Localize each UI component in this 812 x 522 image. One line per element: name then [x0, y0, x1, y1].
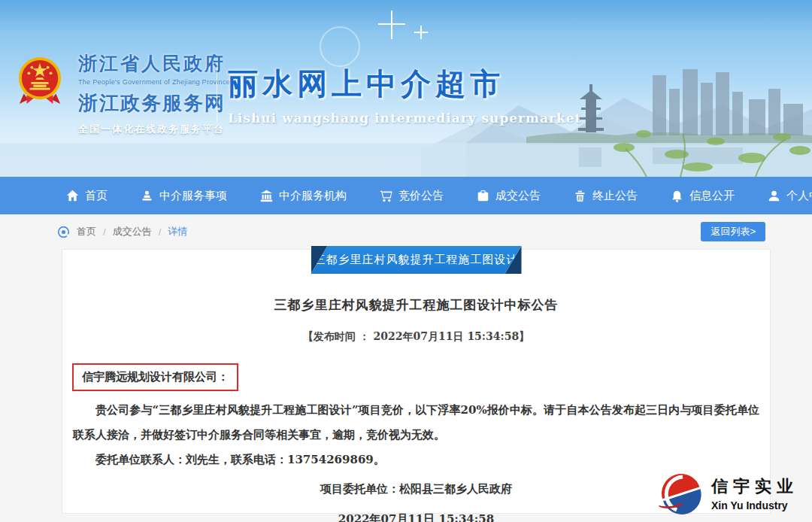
site-branding: 丽水网上中介超市 Lishui wangshang intermediary s… [228, 63, 581, 126]
project-ribbon: 三都乡里庄村风貌提升工程施工图设计 [311, 246, 522, 274]
ribbon-label: 三都乡里庄村风貌提升工程施工图设计 [311, 246, 522, 274]
nav-item-personal-center[interactable]: 个人中心 [768, 189, 812, 203]
xinyu-name-en: Xin Yu Industry [711, 499, 798, 511]
site-title: 丽水网上中介超市 [228, 63, 581, 105]
cart-icon [380, 190, 392, 202]
nav-item-info-disclosure[interactable]: 信息公开 [671, 189, 735, 203]
nav-label: 竞价公告 [398, 189, 444, 203]
recipient-highlight-box: 信宇腾远规划设计有限公司： [72, 363, 238, 391]
nav-label: 中介服务机构 [279, 189, 347, 203]
service-desk-icon [141, 190, 153, 202]
breadcrumb-current: 详情 [168, 225, 187, 238]
gov-subtitle-en: The People's Government of Zhejiang Prov… [78, 78, 221, 86]
home-icon [66, 190, 79, 202]
xinyu-watermark: 信宇实业 Xin Yu Industry [657, 469, 798, 517]
main-nav: 首页 中介服务事项 中介服务机构 竞价公告 成交公告 终止公告 信息公开 个人中… [0, 177, 812, 214]
breadcrumb-home[interactable]: 首页 [77, 225, 96, 238]
breadcrumb: 首页 / 成交公告 / 详情 [57, 225, 187, 238]
gov-branding: 浙江省人民政府 The People's Government of Zheji… [78, 51, 221, 136]
portal-title: 浙江政务服务网 [78, 90, 221, 117]
nav-label: 中介服务事项 [159, 189, 227, 203]
xinyu-name-cn: 信宇实业 [711, 475, 798, 498]
breadcrumb-row: 首页 / 成交公告 / 详情 返回列表> [0, 214, 812, 249]
nav-label: 终止公告 [592, 189, 638, 203]
nav-label: 成交公告 [495, 189, 541, 203]
bank-icon [260, 190, 273, 202]
breadcrumb-section[interactable]: 成交公告 [113, 225, 152, 238]
target-icon [57, 226, 70, 238]
publish-time: 【发布时间 ： 2022年07月11日 15:34:58】 [62, 330, 770, 344]
xinyu-logo-icon [657, 469, 705, 517]
announcement-paragraph: 贵公司参与“三都乡里庄村风貌提升工程施工图设计”项目竞价，以下浮率20%报价中标… [73, 398, 759, 448]
nav-item-termination-notices[interactable]: 终止公告 [574, 189, 638, 203]
gov-title: 浙江省人民政府 [78, 51, 221, 76]
user-icon [768, 190, 780, 202]
nav-item-deal-notices[interactable]: 成交公告 [477, 189, 541, 203]
site-header: 浙江省人民政府 The People's Government of Zheji… [0, 0, 812, 177]
clipboard-icon [477, 190, 489, 202]
nav-item-service-items[interactable]: 中介服务事项 [141, 189, 227, 203]
back-to-list-button[interactable]: 返回列表> [701, 222, 765, 241]
header-divider [217, 66, 217, 122]
site-subtitle-en: Lishui wangshang intermediary supermarke… [228, 111, 581, 126]
nav-item-bidding-notices[interactable]: 竞价公告 [380, 189, 444, 203]
nav-item-service-orgs[interactable]: 中介服务机构 [260, 189, 347, 203]
xinyu-logo-text: 信宇实业 Xin Yu Industry [711, 475, 798, 511]
announcement-title: 三都乡里庄村风貌提升工程施工图设计中标公告 [62, 296, 770, 314]
nav-item-home[interactable]: 首页 [66, 189, 108, 203]
trash-icon [574, 190, 586, 202]
breadcrumb-separator: / [103, 226, 106, 238]
portal-tagline: 全国一体化在线政务服务平台 [78, 123, 221, 136]
nav-label: 个人中心 [786, 189, 812, 203]
nav-label: 首页 [85, 189, 108, 203]
national-emblem-logo [17, 56, 63, 105]
breadcrumb-separator: / [159, 226, 162, 238]
nav-label: 信息公开 [689, 189, 735, 203]
bell-icon [671, 190, 683, 202]
